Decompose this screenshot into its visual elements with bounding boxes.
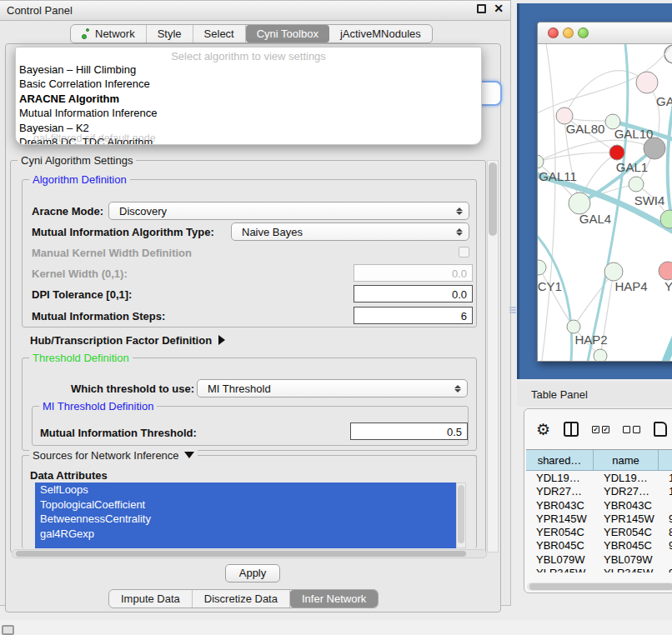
algorithm-option[interactable]: Basic Correlation Inference — [16, 77, 481, 91]
graph-node-label: HAP4 — [614, 279, 647, 293]
table-cell: YER054C — [594, 525, 659, 538]
cyni-algorithm-settings-title: Cyni Algorithm Settings — [18, 154, 136, 167]
graph-node[interactable] — [644, 138, 665, 159]
table-cell — [659, 498, 672, 512]
bottom-tab-bar: Impute DataDiscretize DataInfer Network — [108, 589, 379, 608]
table-column-header[interactable]: shared… — [526, 450, 594, 470]
graph-node-hap2[interactable] — [567, 320, 580, 333]
graph-node-label: GAL10 — [614, 127, 654, 141]
settings-vertical-scrollbar[interactable] — [487, 160, 499, 552]
overlay-control-partial-circle[interactable] — [664, 45, 672, 63]
graph-node-gal1[interactable] — [629, 177, 644, 192]
table-cell: YBL079W — [594, 552, 659, 566]
which-threshold-label: Which threshold to use: — [71, 382, 194, 395]
network-window-titlebar[interactable] — [538, 22, 672, 44]
table-row[interactable]: YBL079WYBL079W — [526, 552, 672, 566]
node-table[interactable]: shared…name YDL19…YDL19…13YDR27…YDR27…12… — [526, 449, 672, 572]
algorithm-option[interactable]: Mutual Information Inference — [16, 106, 481, 120]
graph-node-hap4[interactable] — [604, 262, 623, 281]
tab-network[interactable]: Network — [71, 25, 147, 42]
table-column-header[interactable]: name — [594, 450, 659, 470]
close-traffic-light-icon[interactable] — [548, 28, 559, 38]
hub-definition-label: Hub/Transcription Factor Definition — [30, 334, 212, 347]
data-attributes-list[interactable]: SelfLoopsTopologicalCoefficientBetweenne… — [35, 482, 456, 548]
tab-discretize-data[interactable]: Discretize Data — [193, 590, 290, 608]
dpi-tolerance-label: DPI Tolerance [0,1]: — [32, 288, 132, 301]
aracne-mode-combobox[interactable]: Discovery — [108, 202, 469, 220]
graph-node-gcy1[interactable] — [538, 260, 546, 275]
tab-cyni-toolbox[interactable]: Cyni Toolbox — [246, 25, 329, 42]
network-graph-canvas[interactable]: GAL7GAL80GAL10GAL1GAL11GAL4SWI4GCY1HAP4Y… — [538, 44, 672, 362]
sources-toggle[interactable]: Sources for Network Inference — [29, 449, 198, 462]
table-horizontal-scrollbar[interactable] — [527, 582, 672, 591]
attribute-item-selected[interactable]: BetweennessCentrality — [35, 512, 456, 527]
aracne-mode-label: Aracne Mode: — [32, 205, 103, 218]
table-row[interactable]: YDR27…YDR27…12 — [526, 484, 672, 498]
attribute-item-selected[interactable]: SelfLoops — [35, 482, 456, 498]
graph-node-label: GAL1 — [616, 160, 648, 174]
table-row[interactable]: YLR345WYLR345W9. — [526, 566, 672, 572]
tab-label: Network — [95, 28, 135, 40]
table-column-header[interactable] — [659, 450, 672, 470]
tab-select[interactable]: Select — [193, 25, 246, 42]
mi-algorithm-type-combobox[interactable]: Naive Bayes — [231, 222, 469, 241]
tab-jactivemnodules[interactable]: jActiveMNodules — [329, 25, 432, 42]
minimize-traffic-light-icon[interactable] — [563, 28, 574, 38]
apply-button[interactable]: Apply — [225, 564, 280, 582]
kernel-width-label: Kernel Width (0,1): — [32, 268, 128, 280]
gear-icon[interactable]: ⚙ — [536, 422, 550, 438]
deselect-all-checkboxes-icon[interactable] — [623, 426, 640, 433]
mi-threshold-field[interactable] — [350, 422, 468, 440]
panel-splitter-grip[interactable] — [509, 306, 516, 315]
table-row[interactable]: YER054CYER054C8. — [526, 525, 672, 538]
mi-steps-label: Mutual Information Steps: — [32, 310, 165, 322]
table-cell: YPR145W — [526, 512, 594, 525]
network-view-window[interactable]: GAL7GAL80GAL10GAL1GAL11GAL4SWI4GCY1HAP4Y… — [537, 22, 672, 362]
table-panel: ⚙ ✓✓ shared…name YDL19…YDL19…13YDR27…YDR… — [524, 408, 672, 593]
float-window-icon[interactable] — [477, 4, 486, 13]
zoom-traffic-light-icon[interactable] — [578, 28, 589, 38]
table-cell: YDR27… — [594, 484, 659, 498]
graph-node-y[interactable] — [659, 262, 672, 280]
table-row[interactable]: YBR045CYBR045C9. — [526, 538, 672, 552]
graph-node-label: SWI4 — [634, 193, 665, 208]
new-table-icon-partial[interactable] — [654, 422, 667, 437]
table-row[interactable]: YBR043CYBR043C — [526, 498, 672, 512]
right-triangle-icon — [218, 335, 225, 345]
mi-steps-field[interactable] — [354, 307, 473, 324]
mi-threshold-label: Mutual Information Threshold: — [40, 427, 197, 439]
control-panel-window: Control Panel ✕ NetworkStyleSelectCyni T… — [0, 0, 511, 606]
attributes-scrollbar[interactable] — [456, 482, 466, 548]
dpi-tolerance-field[interactable] — [354, 285, 473, 302]
table-cell: 8. — [659, 525, 672, 538]
graph-node[interactable] — [594, 349, 607, 362]
close-icon[interactable]: ✕ — [494, 4, 504, 13]
select-all-checkboxes-icon[interactable]: ✓✓ — [592, 426, 609, 433]
table-row[interactable]: YDL19…YDL19…13 — [526, 471, 672, 484]
control-panel-titlebar[interactable]: Control Panel ✕ — [0, 1, 510, 21]
graph-node-label: GAL4 — [579, 212, 611, 226]
tab-label: Cyni Toolbox — [257, 28, 318, 40]
stepper-arrows-icon — [454, 385, 461, 392]
algorithm-option[interactable]: ARACNE Algorithm — [16, 92, 481, 106]
algorithm-option[interactable]: Bayesian – Hill Climbing — [16, 62, 481, 77]
which-threshold-value: MI Threshold — [198, 382, 454, 395]
bottom-left-button-partial[interactable] — [2, 625, 14, 635]
kernel-width-field — [354, 264, 473, 282]
hub-definition-toggle[interactable]: Hub/Transcription Factor Definition — [30, 334, 225, 347]
attribute-item-selected[interactable]: TopologicalCoefficient — [35, 498, 456, 512]
manual-kernel-width-checkbox[interactable] — [459, 247, 469, 258]
network-window-frame: GAL7GAL80GAL10GAL1GAL11GAL4SWI4GCY1HAP4Y… — [517, 3, 672, 379]
table-row[interactable]: YPR145WYPR145W9. — [526, 512, 672, 525]
graph-node[interactable] — [609, 145, 624, 160]
graph-node-gal7[interactable] — [636, 72, 658, 93]
tab-style[interactable]: Style — [147, 25, 193, 42]
tab-impute-data[interactable]: Impute Data — [109, 590, 193, 608]
settings-horizontal-scrollbar[interactable] — [12, 549, 487, 558]
tab-infer-network[interactable]: Infer Network — [290, 590, 378, 608]
attribute-item-selected[interactable]: gal4RGexp — [35, 527, 456, 542]
algorithm-dropdown-prompt: Select algorithm to view settings — [16, 48, 481, 62]
table-cell: YBL079W — [526, 552, 594, 566]
columns-icon[interactable] — [564, 422, 579, 437]
which-threshold-combobox[interactable]: MI Threshold — [197, 379, 468, 398]
